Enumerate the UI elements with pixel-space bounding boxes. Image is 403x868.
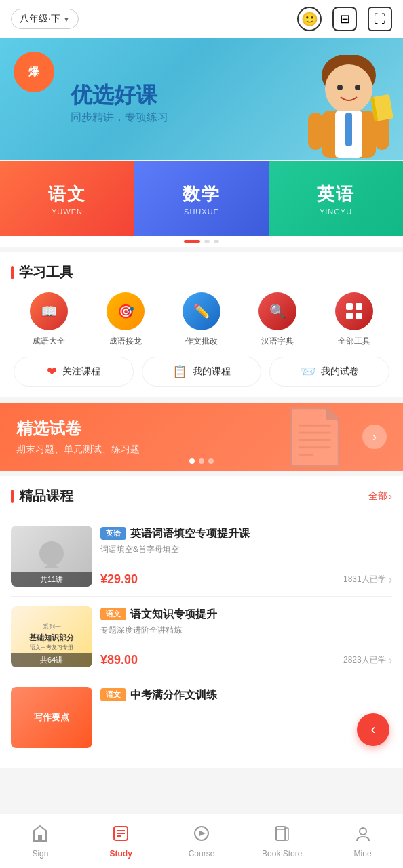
subject-tabs: 语文 YUWEN 数学 SHUXUE 英语 YINGYU (0, 161, 403, 236)
quick-links: ❤ 关注课程 📋 我的课程 📨 我的试卷 (11, 357, 392, 387)
exam-dot-3 (208, 458, 214, 464)
nav-course[interactable]: Course (161, 819, 242, 864)
tab-dot-2 (204, 240, 210, 243)
svg-text:✏️: ✏️ (193, 303, 210, 319)
main-content: 八年级·下 ▼ 🙂 ⊟ ⛶ 爆 优选好课 同步精讲，专项练习 (0, 0, 403, 823)
course-thumb-3: 写作要点 (11, 687, 92, 748)
header-icons: 🙂 ⊟ ⛶ (297, 7, 392, 31)
heart-icon: ❤ (47, 364, 57, 379)
my-exams-label: 我的试卷 (321, 366, 359, 378)
follow-courses-link[interactable]: ❤ 关注课程 (14, 357, 134, 387)
chengyu-label: 成语大全 (33, 336, 65, 347)
course-price-1: ¥29.90 (100, 572, 138, 587)
grade-selector[interactable]: 八年级·下 ▼ (11, 9, 79, 29)
chengyu-icon: 📖 (30, 292, 68, 330)
follow-courses-label: 关注课程 (62, 366, 100, 378)
course-arrow-1: › (389, 574, 392, 586)
tools-section-title: 学习工具 (11, 263, 392, 281)
course-info-1: 英语 英语词语填空专项提升课 词语填空&首字母填空 ¥29.90 1831人已学… (100, 526, 392, 587)
yingyu-name: 英语 (317, 182, 355, 206)
svg-point-3 (355, 85, 360, 90)
course-tags-3: 语文 中考满分作文训练 (100, 687, 392, 703)
course-price-2: ¥89.00 (100, 653, 138, 667)
face-icon[interactable]: 🙂 (297, 7, 322, 31)
banner-subtitle: 同步精讲，专项练习 (71, 111, 168, 125)
shuxue-pinyin: SHUXUE (184, 208, 219, 216)
course-label: Course (189, 849, 215, 859)
course-desc-1: 词语填空&首字母填空 (100, 544, 392, 555)
svg-point-2 (337, 85, 343, 90)
svg-rect-17 (346, 313, 353, 319)
svg-rect-20 (38, 835, 42, 841)
svg-point-1 (325, 64, 372, 113)
scan-icon[interactable]: ⊟ (332, 7, 357, 31)
grade-arrow: ▼ (63, 16, 70, 23)
envelope-icon: 📨 (301, 364, 315, 379)
banner-content: 优选好课 同步精讲，专项练习 (0, 60, 185, 138)
bottom-nav: Sign Study Course (0, 814, 403, 868)
tab-shuxue[interactable]: 数学 SHUXUE (134, 161, 269, 236)
exam-arrow-button[interactable]: › (362, 425, 387, 449)
course-info-2: 语文 语文知识专项提升 专题深度进阶全讲精炼 ¥89.00 2823人已学 › (100, 606, 392, 667)
exam-dot-2 (199, 458, 204, 464)
yingyu-pinyin: YINGYU (320, 208, 352, 216)
nav-mine[interactable]: Mine (322, 819, 403, 864)
mine-icon (354, 825, 372, 846)
banner[interactable]: 爆 优选好课 同步精讲，专项练习 (0, 38, 403, 160)
tool-all[interactable]: 全部工具 (335, 292, 373, 347)
floating-back-button[interactable]: ‹ (357, 713, 389, 746)
course-students-1: 1831人已学 › (343, 574, 392, 586)
fullscreen-icon[interactable]: ⛶ (368, 7, 392, 31)
course-card-3[interactable]: 写作要点 语文 中考满分作文训练 (11, 677, 392, 757)
study-label: Study (110, 849, 132, 859)
tool-chengyu-jielon[interactable]: 🎯 成语接龙 (107, 292, 145, 347)
courses-section: 精品课程 全部 › 共11讲 英语 英语词语填空专项提升课 词语填空&首字母填空… (0, 476, 403, 768)
course-thumb-label-1: 共11讲 (11, 572, 92, 587)
svg-rect-7 (308, 113, 323, 150)
svg-rect-16 (356, 303, 362, 310)
svg-point-30 (360, 828, 366, 835)
tool-chengyu-daquan[interactable]: 📖 成语大全 (30, 292, 68, 347)
courses-all-link[interactable]: 全部 › (368, 490, 392, 502)
zuowen-icon: ✏️ (183, 292, 220, 330)
clipboard-icon: 📋 (172, 364, 187, 379)
tools-title-text: 学习工具 (19, 263, 73, 281)
my-exams-link[interactable]: 📨 我的试卷 (269, 357, 389, 387)
course-card-2[interactable]: 系列一 基础知识部分 语文中考复习专册 共64讲 语文 语文知识专项提升 专题深… (11, 597, 392, 677)
tab-yingyu[interactable]: 英语 YINGYU (269, 161, 403, 236)
grade-label: 八年级·下 (20, 13, 60, 25)
header: 八年级·下 ▼ 🙂 ⊟ ⛶ (0, 0, 403, 38)
exam-banner[interactable]: 精选试卷 期末习题、单元测试、练习题 📄 › (0, 403, 403, 471)
nav-sign[interactable]: Sign (0, 819, 81, 864)
course-card-1[interactable]: 共11讲 英语 英语词语填空专项提升课 词语填空&首字母填空 ¥29.90 18… (11, 516, 392, 597)
course-tag-chinese-3: 语文 (100, 688, 126, 701)
nav-bookstore[interactable]: Book Store (242, 819, 322, 864)
shuxue-name: 数学 (183, 182, 220, 206)
tab-yuwen[interactable]: 语文 YUWEN (0, 161, 134, 236)
sign-icon (31, 825, 49, 846)
tool-zidian[interactable]: 🔍 汉语字典 (258, 292, 296, 347)
all-tools-label: 全部工具 (338, 336, 370, 347)
yuwen-pinyin: YUWEN (52, 208, 83, 216)
course-desc-2: 专题深度进阶全讲精炼 (100, 625, 392, 636)
nav-study[interactable]: Study (81, 819, 161, 864)
bookstore-icon (273, 825, 291, 846)
svg-rect-18 (356, 313, 362, 319)
svg-rect-15 (346, 303, 353, 310)
banner-character (301, 52, 396, 160)
tab-dot-active (184, 240, 200, 243)
tools-grid: 📖 成语大全 🎯 成语接龙 ✏️ 作文批改 🔍 汉语字典 (11, 292, 392, 347)
jielon-icon: 🎯 (107, 292, 145, 330)
course-tags-2: 语文 语文知识专项提升 (100, 606, 392, 622)
sign-label: Sign (32, 849, 48, 859)
tool-zuowen[interactable]: ✏️ 作文批改 (183, 292, 220, 347)
svg-rect-6 (345, 113, 352, 146)
svg-point-19 (39, 541, 64, 566)
my-courses-label: 我的课程 (193, 366, 231, 378)
yuwen-name: 语文 (48, 182, 86, 206)
jielon-label: 成语接龙 (109, 336, 142, 347)
my-courses-link[interactable]: 📋 我的课程 (142, 357, 262, 387)
course-thumb-1: 共11讲 (11, 526, 92, 587)
svg-marker-26 (199, 831, 206, 836)
svg-text:🔍: 🔍 (269, 303, 286, 319)
